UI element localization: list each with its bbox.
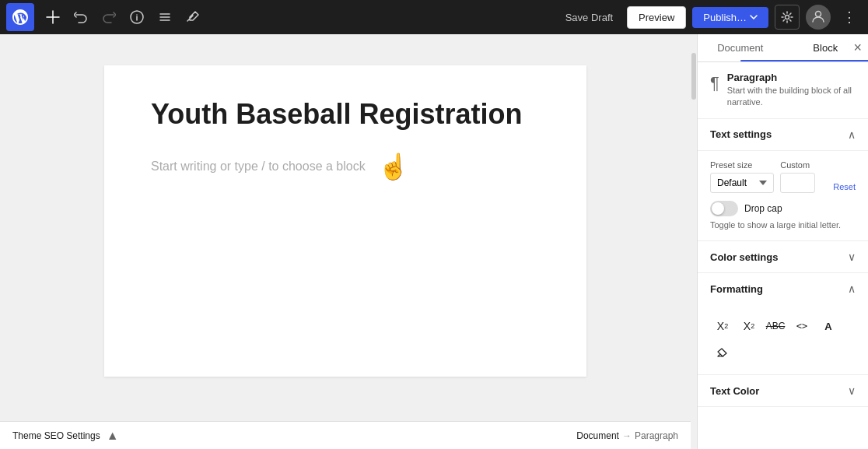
cursor-icon: ☝ [378,152,409,181]
paragraph-icon: ¶ [710,73,719,93]
publish-button[interactable]: Publish… [692,7,768,28]
svg-point-1 [786,16,789,19]
formatting-title: Formatting [710,283,763,295]
editor-area: Youth Baseball Registration Start writin… [0,34,691,449]
text-settings-chevron: ∧ [848,128,856,141]
info-button[interactable] [124,5,149,30]
placeholder-text: Start writing or type / to choose a bloc… [151,160,366,174]
drop-cap-toggle[interactable] [710,201,738,216]
block-title: Paragraph [727,72,856,83]
color-settings-title: Color settings [710,251,778,263]
editor-canvas: Youth Baseball Registration Start writin… [0,34,691,421]
wp-logo[interactable] [6,3,34,31]
expand-arrow[interactable]: ▲ [107,429,119,443]
breadcrumb-separator: → [622,430,632,441]
custom-size-input[interactable] [780,173,815,193]
custom-col: Custom [780,160,827,193]
block-info: ¶ Paragraph Start with the building bloc… [698,62,868,119]
preset-row: Preset size Default Small Medium Large X… [710,160,856,193]
text-color-title: Text Color [710,385,759,397]
preview-button[interactable]: Preview [627,6,686,29]
settings-button[interactable] [775,5,800,30]
breadcrumb-document[interactable]: Document [576,430,619,441]
scroll-thumb[interactable] [691,53,696,100]
text-settings-title: Text settings [710,128,772,140]
scroll-track [691,34,697,449]
editor-content[interactable]: Youth Baseball Registration Start writin… [104,65,586,377]
keyboard-button[interactable]: A [816,314,841,339]
page-title[interactable]: Youth Baseball Registration [151,96,540,133]
formatting-icons: X2 X2 ABC <> A [710,314,856,365]
color-settings-header[interactable]: Color settings ∨ [698,241,868,273]
drop-cap-row: Drop cap [710,201,856,216]
text-color-header[interactable]: Text Color ∨ [698,375,868,407]
color-settings-chevron: ∨ [848,251,856,263]
formatting-panel: X2 X2 ABC <> A [698,304,868,375]
bottom-left: Theme SEO Settings ▲ [12,429,119,443]
toggle-knob [712,202,724,215]
preset-size-label: Preset size [710,160,774,170]
preset-col: Preset size Default Small Medium Large X… [710,160,774,193]
bottom-bar: Theme SEO Settings ▲ Document → Paragrap… [0,421,691,449]
text-settings-header[interactable]: Text settings ∧ [698,119,868,151]
save-draft-button[interactable]: Save Draft [558,7,621,28]
text-color-chevron: ∨ [848,384,856,397]
strikethrough-button[interactable]: ABC [763,314,788,339]
breadcrumb-paragraph[interactable]: Paragraph [635,430,678,441]
drop-cap-description: Toggle to show a large initial letter. [710,219,856,231]
preset-size-select[interactable]: Default Small Medium Large X-Large [710,173,774,193]
drop-cap-label: Drop cap [744,203,782,214]
block-description: Start with the building block of all nar… [727,85,856,109]
clear-formatting-button[interactable] [710,340,735,365]
svg-point-2 [816,11,821,16]
user-avatar[interactable] [806,5,831,30]
editor-placeholder[interactable]: Start writing or type / to choose a bloc… [151,152,540,181]
reset-button[interactable]: Reset [833,182,856,191]
tab-active-indicator [783,60,869,61]
subscript-button[interactable]: X2 [737,314,761,339]
inline-code-button[interactable]: <> [789,314,814,339]
breadcrumb: Document → Paragraph [576,430,678,441]
seo-settings-label[interactable]: Theme SEO Settings [12,430,100,441]
more-options-button[interactable]: ⋮ [837,5,862,30]
sidebar-close-button[interactable]: × [853,40,862,54]
main-layout: Youth Baseball Registration Start writin… [0,34,868,449]
undo-button[interactable] [68,5,93,30]
main-toolbar: Save Draft Preview Publish… ⋮ [0,0,868,34]
tools-button[interactable] [180,5,205,30]
tab-document[interactable]: Document [698,34,783,61]
add-block-button[interactable] [40,5,65,30]
formatting-header[interactable]: Formatting ∧ [698,273,868,304]
block-details: Paragraph Start with the building block … [727,72,856,109]
toolbar-right: Save Draft Preview Publish… ⋮ [558,5,862,30]
right-sidebar: Document Block × ¶ Paragraph Start with … [697,34,868,449]
list-view-button[interactable] [152,5,177,30]
custom-label: Custom [780,160,827,170]
formatting-chevron: ∧ [848,282,856,295]
redo-button[interactable] [96,5,121,30]
superscript-button[interactable]: X2 [710,314,735,339]
text-settings-panel: Preset size Default Small Medium Large X… [698,151,868,241]
sidebar-tabs: Document Block × [698,34,868,62]
